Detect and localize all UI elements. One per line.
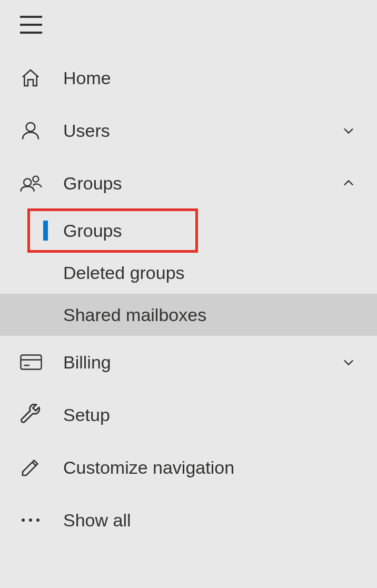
- hamburger-bar: [20, 32, 42, 34]
- hamburger-bar: [20, 24, 42, 26]
- nav-item-setup[interactable]: Setup: [0, 394, 377, 436]
- pencil-icon: [20, 455, 45, 480]
- sub-item-label: Groups: [63, 221, 122, 241]
- svg-point-1: [24, 178, 31, 186]
- svg-point-9: [36, 519, 39, 522]
- wrench-icon: [20, 402, 45, 427]
- user-icon: [20, 118, 45, 143]
- chevron-up-icon: [340, 175, 357, 192]
- nav-item-billing[interactable]: Billing: [0, 341, 377, 383]
- sub-item-label: Deleted groups: [63, 263, 185, 283]
- svg-point-7: [22, 519, 25, 522]
- svg-point-0: [26, 123, 35, 132]
- svg-point-2: [33, 176, 38, 182]
- nav-item-users[interactable]: Users: [0, 109, 377, 152]
- sub-item-label: Shared mailboxes: [63, 305, 206, 325]
- home-icon: [20, 65, 45, 91]
- nav-item-label: Setup: [63, 405, 357, 425]
- nav-item-groups[interactable]: Groups: [0, 162, 377, 204]
- nav-item-label: Home: [63, 68, 357, 88]
- sidebar-nav: Home Users Groups: [0, 57, 377, 541]
- nav-item-label: Billing: [63, 352, 340, 373]
- hamburger-menu-button[interactable]: [20, 16, 42, 34]
- hamburger-bar: [20, 16, 42, 18]
- svg-point-8: [29, 519, 32, 522]
- nav-item-home[interactable]: Home: [0, 57, 377, 99]
- svg-line-6: [32, 462, 36, 466]
- sub-item-deleted-groups[interactable]: Deleted groups: [0, 252, 377, 294]
- ellipsis-icon: [20, 507, 45, 533]
- sub-item-groups[interactable]: Groups: [0, 210, 377, 252]
- groups-icon: [20, 171, 45, 196]
- svg-rect-3: [21, 355, 42, 370]
- nav-item-label: Customize navigation: [63, 457, 357, 478]
- nav-item-show-all[interactable]: Show all: [0, 499, 377, 541]
- nav-item-label: Groups: [63, 173, 340, 194]
- nav-item-label: Users: [63, 121, 340, 141]
- billing-icon: [20, 350, 45, 375]
- chevron-down-icon: [340, 354, 357, 371]
- chevron-down-icon: [340, 122, 357, 139]
- nav-item-customize[interactable]: Customize navigation: [0, 446, 377, 489]
- sub-item-shared-mailboxes[interactable]: Shared mailboxes: [0, 294, 377, 336]
- nav-item-label: Show all: [63, 510, 357, 531]
